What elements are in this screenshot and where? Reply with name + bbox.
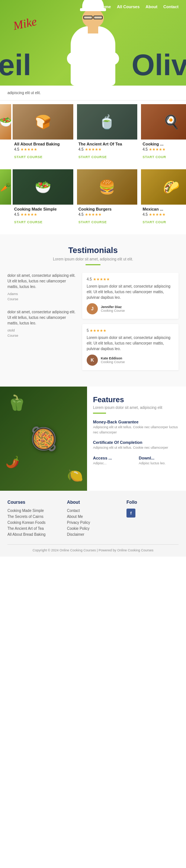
footer-link-simple[interactable]: Cooking Made Simple <box>7 509 60 513</box>
hero-name-left: eil <box>0 50 31 80</box>
feature-item-4: Downl... Adipisc luctus leo. <box>139 456 180 466</box>
footer-link-disclaimer[interactable]: Disclaimer <box>67 532 119 537</box>
feature-name-2: Certificate Of Completion <box>93 440 180 445</box>
t-author-2: K Kate Eddison Cooking Course <box>87 355 174 366</box>
footer-link-korean[interactable]: Cooking Korean Foods <box>7 521 60 525</box>
course-card-burger: 🍔 Cooking Burgers 4.5 ★★★★★ START COURSE <box>77 169 138 227</box>
t-rating-1: 4.5 ★★★★★ <box>87 277 174 281</box>
feature-desc-3: Adipisc... <box>93 461 134 466</box>
testimonial-card-1: 4.5 ★★★★★ Lorem ipsum dolor sit amet, co… <box>82 273 179 319</box>
feature-desc-4: Adipisc luctus leo. <box>139 461 180 466</box>
testimonials-section: Testimonials Lorem ipsum dolor sit amet,… <box>0 234 186 387</box>
course-rating-bread: 4.5 ★★★★★ <box>14 147 72 151</box>
testimonial-left-label2: otold Course <box>7 328 76 338</box>
feature-name-4: Downl... <box>139 456 180 460</box>
course-card-cooking1: 🍳 Cooking ... 4.5 ★★★★★ START COUR <box>141 104 186 162</box>
t-course-2: Cooking Course <box>101 360 125 364</box>
feature-item-3: Access ... Adipisc... <box>93 456 134 466</box>
testimonials-layout: dolor sit amet, consectetur adipiscing e… <box>7 273 179 375</box>
footer-about-title: About <box>67 500 119 505</box>
course-card-mexican: 🌮 Mexican ... 4.5 ★★★★★ START COUR <box>141 169 186 227</box>
footer-courses-col: Courses Cooking Made Simple The Secrets … <box>7 500 60 538</box>
footer-facebook[interactable]: f <box>126 509 135 518</box>
nav-contact[interactable]: Contact <box>163 4 179 9</box>
testimonials-right: 4.5 ★★★★★ Lorem ipsum dolor sit amet, co… <box>82 273 179 375</box>
start-course-mexican[interactable]: START COUR <box>142 220 166 224</box>
testimonial-left-text2: dolor sit amet, consectetur adipiscing e… <box>7 309 76 326</box>
course-rating-cooking1: 4.5 ★★★★★ <box>142 147 186 151</box>
footer-about-col: About Contact About Me Privacy Policy Co… <box>67 500 119 538</box>
course-title-mexican: Mexican ... <box>142 207 186 211</box>
feature-name-1: Money-Back Guarantee <box>93 420 180 424</box>
course-title-bread: All About Bread Baking <box>14 142 72 146</box>
feature-item-1: Money-Back Guarantee Adipiscing elit ut … <box>93 420 180 435</box>
footer-link-contact[interactable]: Contact <box>67 509 119 513</box>
t-author-info-2: Kate Eddison Cooking Course <box>101 356 125 364</box>
footer-columns: Courses Cooking Made Simple The Secrets … <box>7 500 179 538</box>
testimonials-title: Testimonials <box>7 246 179 255</box>
t-course-1: Cooking Course <box>101 309 125 313</box>
courses-row1: 🥗 🍞 All About Bread Baking 4.5 ★★★★★ STA… <box>0 104 186 162</box>
course-title-cooking1: Cooking ... <box>142 142 186 146</box>
footer-link-bread[interactable]: All About Bread Baking <box>7 532 60 537</box>
features-title: Features <box>93 395 180 404</box>
t-name-1: Jennifer Diaz <box>101 305 125 309</box>
feature-desc-2: Adipiscing elit ut elit tellus. Cookie n… <box>93 445 180 451</box>
footer-link-tea[interactable]: The Ancient Art of Tea <box>7 526 60 531</box>
start-course-cooking1[interactable]: START COUR <box>142 155 166 159</box>
features-subtitle: Lorem ipsum dolor sit amet, adipiscing e… <box>93 406 180 410</box>
chef-figure <box>65 7 121 86</box>
testimonials-left: dolor sit amet, consectetur adipiscing e… <box>7 273 76 375</box>
features-content: Features Lorem ipsum dolor sit amet, adi… <box>87 387 186 491</box>
courses-row1-section: 🥗 🍞 All About Bread Baking 4.5 ★★★★★ STA… <box>0 100 186 169</box>
start-course-burger[interactable]: START COURSE <box>78 220 107 224</box>
features-divider <box>93 413 106 414</box>
footer-follow-col: Follo f <box>126 500 179 538</box>
course-card-tea: 🍵 The Ancient Art Of Tea 4.5 ★★★★★ START… <box>77 104 138 162</box>
course-card-partial-left: 🥗 <box>0 104 11 162</box>
testimonials-divider <box>86 264 100 265</box>
start-course-bread[interactable]: START COURSE <box>14 155 42 159</box>
course-title-tea: The Ancient Art Of Tea <box>78 142 136 146</box>
t-rating-2: 5 ★★★★★ <box>87 329 174 333</box>
nav-home[interactable]: Home <box>100 4 111 9</box>
features-image: 🥘 🫑 🍋 🌶️ <box>0 387 87 491</box>
footer-link-privacy[interactable]: Privacy Policy <box>67 521 119 525</box>
testimonial-left-text1: dolor sit amet, consectetur adipiscing e… <box>7 273 76 289</box>
course-card-bowl: 🥗 Cooking Made Simple 4.5 ★★★★★ START CO… <box>13 169 73 227</box>
footer-link-cookie[interactable]: Cookie Policy <box>67 526 119 531</box>
subtitle-bar: adipiscing elit ut elit. <box>0 86 186 100</box>
course-card-partial-left2: 🥕 <box>0 169 11 227</box>
t-name-2: Kate Eddison <box>101 356 125 360</box>
features-section: 🥘 🫑 🍋 🌶️ Features Lorem ipsum dolor sit … <box>0 387 186 491</box>
testimonial-card-2: 5 ★★★★★ Lorem ipsum dolor sit amet, cons… <box>82 324 179 370</box>
footer-courses-title: Courses <box>7 500 60 505</box>
footer-copyright: Copyright © 2024 Online Cooking Courses … <box>7 544 179 552</box>
t-text-1: Lorem ipsum dolor sit amet, consectetur … <box>87 284 174 300</box>
feature-desc-1: Adipiscing elit ut elit tellus. Cookie n… <box>93 425 180 435</box>
courses-row2-section: 🥕 🥗 Cooking Made Simple 4.5 ★★★★★ START … <box>0 169 186 234</box>
feature-name-3: Access ... <box>93 456 134 460</box>
footer-link-secrets[interactable]: The Secrets of Cairns <box>7 515 60 519</box>
course-title-burger: Cooking Burgers <box>78 207 136 211</box>
hero-name-right: Oliv <box>132 50 186 80</box>
t-author-1: J Jennifer Diaz Cooking Course <box>87 303 174 314</box>
testimonial-left-label1: Adams Course <box>7 292 76 302</box>
footer: Courses Cooking Made Simple The Secrets … <box>0 491 186 557</box>
course-title-simple: Cooking Made Simple <box>14 207 72 211</box>
courses-row2: 🥕 🥗 Cooking Made Simple 4.5 ★★★★★ START … <box>0 169 186 227</box>
nav-about[interactable]: About <box>145 4 157 9</box>
t-avatar-1: J <box>87 303 98 314</box>
features-bottom-row: Access ... Adipisc... Downl... Adipisc l… <box>93 456 180 471</box>
start-course-tea[interactable]: START COURSE <box>78 155 107 159</box>
start-course-simple[interactable]: START COURSE <box>14 220 42 224</box>
hero-section: Home All Courses About Contact eil Oliv … <box>0 0 186 86</box>
course-card-bread: 🍞 All About Bread Baking 4.5 ★★★★★ START… <box>13 104 73 162</box>
nav-all-courses[interactable]: All Courses <box>117 4 140 9</box>
footer-link-aboutme[interactable]: About Me <box>67 515 119 519</box>
t-author-info-1: Jennifer Diaz Cooking Course <box>101 305 125 313</box>
feature-item-2: Certificate Of Completion Adipiscing eli… <box>93 440 180 451</box>
course-rating-tea: 4.5 ★★★★★ <box>78 147 136 151</box>
testimonials-subtitle: Lorem ipsum dolor sit amet, adipiscing e… <box>7 257 179 261</box>
subtitle-text: adipiscing elit ut elit. <box>7 91 41 95</box>
